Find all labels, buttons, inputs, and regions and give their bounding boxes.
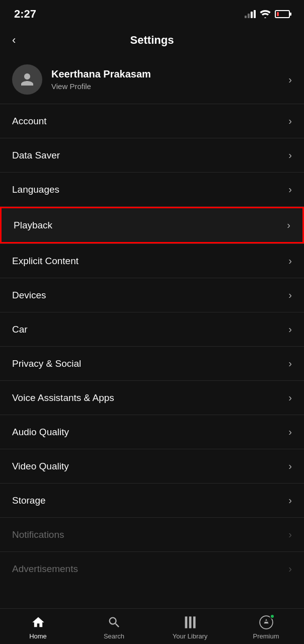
chevron-playback: › (287, 219, 290, 231)
settings-list: Account›Data Saver›Languages›Playback›Ex… (0, 104, 304, 586)
wifi-icon (260, 10, 271, 18)
settings-label-playback: Playback (14, 220, 52, 231)
nav-item-premium[interactable]: Premium (246, 615, 286, 640)
svg-rect-1 (189, 616, 191, 628)
chevron-account: › (288, 115, 292, 127)
settings-row-devices[interactable]: Devices› (0, 278, 304, 312)
settings-row-advertisements[interactable]: Advertisements› (0, 552, 304, 586)
library-label: Your Library (173, 632, 208, 640)
signal-icon (245, 10, 256, 18)
settings-label-languages: Languages (12, 184, 59, 195)
search-label: Search (104, 632, 124, 640)
status-time: 2:27 (14, 8, 36, 21)
settings-row-video-quality[interactable]: Video Quality› (0, 449, 304, 483)
settings-label-voice-assistants: Voice Assistants & Apps (12, 392, 114, 404)
settings-row-voice-assistants[interactable]: Voice Assistants & Apps› (0, 381, 304, 415)
chevron-languages: › (288, 184, 292, 195)
bottom-nav: Home Search Your Library (0, 608, 304, 644)
search-icon (107, 615, 122, 630)
status-icons (245, 10, 290, 18)
settings-row-car[interactable]: Car› (0, 312, 304, 346)
status-bar: 2:27 (0, 0, 304, 25)
settings-label-video-quality: Video Quality (12, 461, 69, 472)
settings-header: ‹ Settings (0, 25, 304, 55)
nav-item-home[interactable]: Home (18, 615, 58, 640)
settings-row-notifications[interactable]: Notifications› (0, 518, 304, 551)
settings-label-explicit-content: Explicit Content (12, 256, 79, 267)
chevron-video-quality: › (288, 460, 292, 472)
chevron-storage: › (288, 495, 292, 506)
user-icon (20, 72, 35, 87)
settings-content: Keerthana Prakasam View Profile › Accoun… (0, 55, 304, 644)
nav-item-search[interactable]: Search (94, 615, 134, 640)
chevron-devices: › (288, 289, 292, 301)
settings-row-explicit-content[interactable]: Explicit Content› (0, 244, 304, 278)
chevron-voice-assistants: › (288, 392, 292, 404)
avatar (12, 64, 42, 95)
library-icon (183, 615, 198, 630)
settings-row-playback[interactable]: Playback› (0, 207, 304, 244)
chevron-privacy-social: › (288, 358, 292, 369)
settings-label-privacy-social: Privacy & Social (12, 358, 81, 369)
premium-dot (270, 614, 275, 619)
header-title: Settings (130, 34, 174, 47)
svg-rect-0 (185, 616, 187, 628)
back-button[interactable]: ‹ (12, 34, 16, 47)
profile-chevron: › (288, 74, 292, 86)
svg-rect-2 (193, 616, 195, 628)
settings-label-car: Car (12, 324, 28, 335)
profile-row[interactable]: Keerthana Prakasam View Profile › (0, 55, 304, 104)
settings-label-notifications: Notifications (12, 529, 64, 540)
settings-row-storage[interactable]: Storage› (0, 484, 304, 517)
settings-row-languages[interactable]: Languages› (0, 173, 304, 206)
settings-row-data-saver[interactable]: Data Saver› (0, 138, 304, 172)
settings-label-devices: Devices (12, 290, 46, 301)
profile-subtitle: View Profile (51, 82, 288, 91)
settings-row-privacy-social[interactable]: Privacy & Social› (0, 347, 304, 380)
settings-label-advertisements: Advertisements (12, 564, 78, 575)
battery-icon (275, 10, 290, 18)
chevron-car: › (288, 324, 292, 335)
home-label: Home (29, 632, 47, 640)
nav-item-library[interactable]: Your Library (170, 615, 210, 640)
settings-label-account: Account (12, 116, 47, 127)
chevron-advertisements: › (288, 563, 292, 575)
premium-icon (259, 615, 274, 630)
settings-row-account[interactable]: Account› (0, 104, 304, 138)
settings-label-audio-quality: Audio Quality (12, 427, 69, 438)
home-icon (31, 615, 46, 630)
chevron-data-saver: › (288, 149, 292, 161)
settings-label-data-saver: Data Saver (12, 150, 60, 161)
chevron-notifications: › (288, 529, 292, 540)
chevron-audio-quality: › (288, 426, 292, 438)
premium-label: Premium (253, 632, 279, 640)
chevron-explicit-content: › (288, 255, 292, 267)
settings-label-storage: Storage (12, 495, 46, 506)
profile-info: Keerthana Prakasam View Profile (51, 68, 288, 91)
profile-name: Keerthana Prakasam (51, 68, 288, 80)
settings-row-audio-quality[interactable]: Audio Quality› (0, 415, 304, 449)
